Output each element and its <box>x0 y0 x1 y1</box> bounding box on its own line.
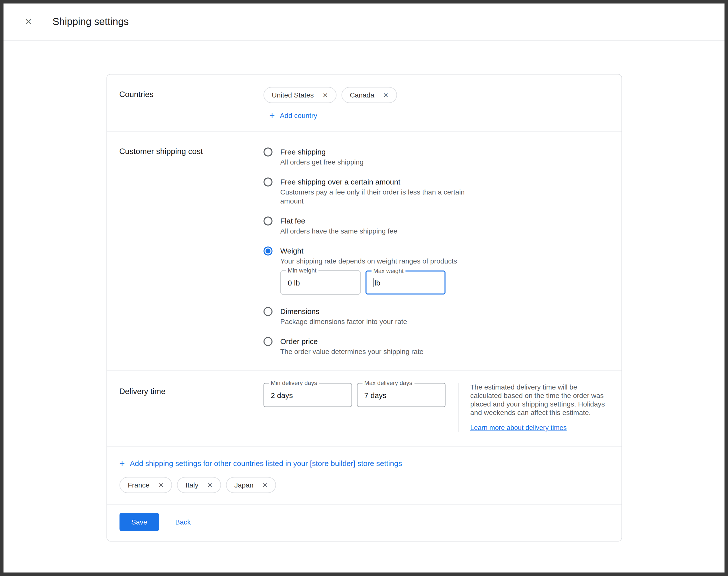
remove-country-icon[interactable]: ✕ <box>321 90 330 99</box>
free-shipping-over-amount-radio[interactable] <box>263 177 272 186</box>
plus-icon: + <box>119 459 125 468</box>
option-title: Free shipping over a certain amount <box>280 177 470 187</box>
chip-label: France <box>128 481 149 489</box>
settings-card: Countries United States ✕ Canada ✕ + <box>106 74 622 542</box>
add-other-countries-label: Add shipping settings for other countrie… <box>130 459 402 467</box>
min-weight-field-label: Min weight <box>286 267 319 274</box>
countries-section: Countries United States ✕ Canada ✕ + <box>107 75 621 132</box>
option-title: Free shipping <box>280 147 363 157</box>
delivery-time-section: Delivery time Min delivery days 2 days M… <box>107 371 621 446</box>
remove-country-icon[interactable]: ✕ <box>205 481 214 490</box>
country-chip-canada: Canada ✕ <box>341 87 397 103</box>
remove-country-icon[interactable]: ✕ <box>261 481 269 490</box>
min-delivery-days-value: 2 days <box>271 391 293 399</box>
min-delivery-days-label: Min delivery days <box>269 379 319 386</box>
shipping-cost-section: Customer shipping cost Free shipping All… <box>107 132 621 371</box>
chip-label: Canada <box>350 91 374 99</box>
max-weight-field-label: Max weight <box>371 267 406 275</box>
countries-label: Countries <box>119 90 263 120</box>
max-weight-field-value: lb <box>375 278 380 287</box>
min-delivery-days-field[interactable]: Min delivery days 2 days <box>263 383 352 407</box>
remove-country-icon[interactable]: ✕ <box>381 90 390 99</box>
shipping-cost-label: Customer shipping cost <box>119 147 263 367</box>
max-weight-field[interactable]: Max weight lb <box>365 270 445 294</box>
chip-label: Japan <box>234 481 254 489</box>
close-icon[interactable]: ✕ <box>23 16 34 28</box>
option-title: Flat fee <box>280 216 398 226</box>
add-country-label: Add country <box>280 111 317 119</box>
option-description: Package dimensions factor into your rate <box>280 317 407 326</box>
country-chip-france: France ✕ <box>119 477 172 493</box>
country-chip-japan: Japan ✕ <box>226 477 276 493</box>
option-title: Order price <box>280 337 424 346</box>
option-title: Weight <box>280 246 457 256</box>
min-weight-field-value: 0 lb <box>288 278 300 287</box>
option-description: All orders have the same shipping fee <box>280 227 398 235</box>
max-delivery-days-value: 7 days <box>364 391 386 399</box>
option-free-shipping-over-amount[interactable]: Free shipping over a certain amount Cust… <box>263 177 470 205</box>
option-order-price[interactable]: Order price The order value determines y… <box>263 337 470 356</box>
delivery-time-label: Delivery time <box>119 387 263 432</box>
option-free-shipping[interactable]: Free shipping All orders get free shippi… <box>263 147 470 167</box>
remove-country-icon[interactable]: ✕ <box>156 481 166 490</box>
option-title: Dimensions <box>280 307 407 317</box>
other-countries-section: + Add shipping settings for other countr… <box>107 447 621 504</box>
dimensions-radio[interactable] <box>263 307 272 316</box>
min-weight-field[interactable]: Min weight 0 lb <box>280 270 360 294</box>
add-other-countries-button[interactable]: + Add shipping settings for other countr… <box>119 459 402 468</box>
countries-chip-row: United States ✕ Canada ✕ <box>263 87 397 103</box>
max-delivery-days-field[interactable]: Max delivery days 7 days <box>357 383 445 407</box>
vertical-divider <box>458 383 459 432</box>
option-flat-fee[interactable]: Flat fee All orders have the same shippi… <box>263 216 470 235</box>
other-countries-chip-row: France ✕ Italy ✕ Japan ✕ <box>119 477 609 493</box>
dialog-header: ✕ Shipping settings <box>3 3 725 40</box>
chip-label: United States <box>272 91 314 99</box>
free-shipping-radio[interactable] <box>263 147 272 156</box>
order-price-radio[interactable] <box>263 337 272 346</box>
max-delivery-days-label: Max delivery days <box>362 379 414 386</box>
country-chip-united-states: United States ✕ <box>263 87 336 103</box>
flat-fee-radio[interactable] <box>263 217 272 226</box>
add-country-button[interactable]: + Add country <box>269 111 317 120</box>
option-description: Your shipping rate depends on weight ran… <box>280 257 457 265</box>
save-button[interactable]: Save <box>119 513 159 531</box>
shipping-settings-dialog: ✕ Shipping settings Countries United Sta… <box>0 0 728 576</box>
dialog-footer: Save Back <box>107 505 621 541</box>
option-description: The order value determines your shipping… <box>280 347 424 356</box>
option-weight[interactable]: Weight Your shipping rate depends on wei… <box>263 246 470 299</box>
weight-radio[interactable] <box>263 247 272 256</box>
chip-label: Italy <box>185 481 198 489</box>
back-button[interactable]: Back <box>175 518 191 526</box>
page-title: Shipping settings <box>53 16 129 28</box>
learn-more-link[interactable]: Learn more about delivery times <box>470 424 567 432</box>
option-description: All orders get free shipping <box>280 157 363 167</box>
plus-icon: + <box>269 111 275 120</box>
delivery-time-note: The estimated delivery time will be calc… <box>470 383 606 417</box>
text-cursor <box>373 278 374 287</box>
country-chip-italy: Italy ✕ <box>177 477 221 493</box>
option-description: Customers pay a fee only if their order … <box>280 188 470 205</box>
option-dimensions[interactable]: Dimensions Package dimensions factor int… <box>263 307 470 326</box>
